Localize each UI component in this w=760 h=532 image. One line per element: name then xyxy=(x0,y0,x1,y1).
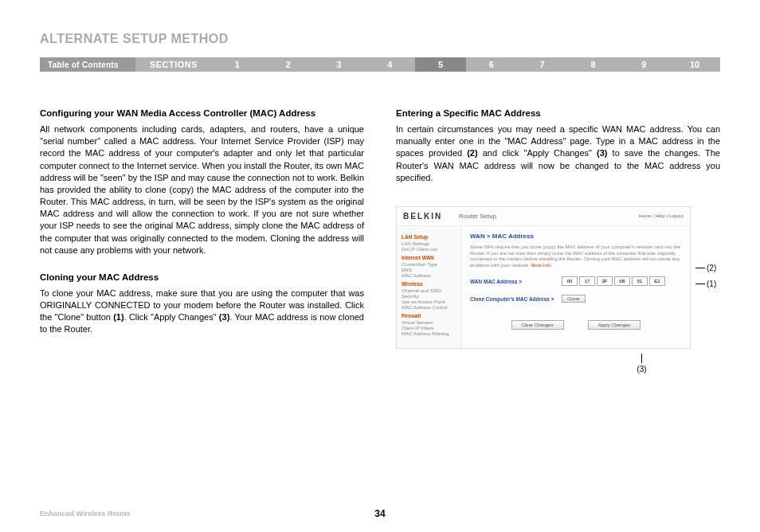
router-note: Some ISPs require that you clone (copy) … xyxy=(470,244,682,269)
heading-config-wan-mac: Configuring your WAN Media Access Contro… xyxy=(40,108,364,118)
annotation-3: (3) xyxy=(637,365,646,374)
nav-item-6[interactable]: 6 xyxy=(466,57,517,72)
sidebar-item[interactable]: MAC Address xyxy=(402,273,456,278)
sidebar-internet-wan[interactable]: Internet WAN xyxy=(402,255,456,260)
nav-sections-label: SECTIONS xyxy=(135,57,212,72)
mac-octet-1[interactable] xyxy=(562,276,578,286)
nav-item-9[interactable]: 9 xyxy=(618,57,669,72)
mac-octet-3[interactable] xyxy=(597,276,613,286)
nav-item-3[interactable]: 3 xyxy=(314,57,365,72)
sidebar-item[interactable]: MAC Address Control xyxy=(402,305,456,310)
right-column: Entering a Specific MAC Address In certa… xyxy=(396,108,720,374)
clone-button[interactable]: Clone xyxy=(562,295,586,303)
annotation-1: (1) xyxy=(707,280,716,288)
clone-mac-label: Clone Computer's MAC Address > xyxy=(470,296,562,302)
para-enter-mac: In certain circumstances you may need a … xyxy=(396,123,720,184)
apply-changes-button[interactable]: Apply Changes xyxy=(588,320,641,330)
heading-enter-mac: Entering a Specific MAC Address xyxy=(396,108,720,118)
sidebar-item[interactable]: Virtual Servers xyxy=(402,320,456,325)
annotations-right: (2) (1) xyxy=(695,260,716,292)
footer-product: Enhanced Wireless Router xyxy=(40,510,131,518)
more-info-link[interactable]: More Info xyxy=(531,263,550,268)
sidebar-item[interactable]: LAN Settings xyxy=(402,241,456,246)
left-column: Configuring your WAN Media Access Contro… xyxy=(40,108,364,374)
para-cloning-mac: To clone your MAC address, make sure tha… xyxy=(40,288,364,336)
sidebar-item[interactable]: Client IP Filters xyxy=(402,326,456,331)
sidebar-item[interactable]: MAC Address Filtering xyxy=(402,331,456,336)
router-title: Router Setup xyxy=(459,213,496,220)
annotation-2: (2) xyxy=(707,264,716,272)
clear-changes-button[interactable]: Clear Changes xyxy=(511,320,564,330)
sidebar-item[interactable]: DNS xyxy=(402,268,456,272)
nav-item-7[interactable]: 7 xyxy=(517,57,568,72)
mac-fields xyxy=(562,276,665,286)
sidebar-lan-setup[interactable]: LAN Setup xyxy=(402,234,456,240)
page-number: 34 xyxy=(374,508,385,519)
sidebar-item[interactable]: Channel and SSID xyxy=(402,288,456,293)
nav-item-4[interactable]: 4 xyxy=(364,57,415,72)
para-config-wan-mac: All network components including cards, … xyxy=(40,123,364,256)
nav-item-1[interactable]: 1 xyxy=(212,57,263,72)
heading-cloning-mac: Cloning your MAC Address xyxy=(40,272,364,282)
router-sidebar: LAN Setup LAN Settings DHCP Client List … xyxy=(397,226,462,348)
sidebar-item[interactable]: Security xyxy=(402,294,456,299)
mac-octet-4[interactable] xyxy=(614,276,630,286)
mac-octet-2[interactable] xyxy=(579,276,595,286)
router-breadcrumb: WAN > MAC Address xyxy=(470,233,682,240)
sidebar-firewall[interactable]: Firewall xyxy=(402,313,456,319)
router-main: WAN > MAC Address Some ISPs require that… xyxy=(462,226,690,348)
annotation-3-wrap: (3) xyxy=(563,354,720,374)
sidebar-item[interactable]: DHCP Client List xyxy=(402,247,456,252)
nav-toc[interactable]: Table of Contents xyxy=(40,57,135,72)
nav-item-5[interactable]: 5 xyxy=(415,57,466,72)
page-footer: Enhanced Wireless Router 34 xyxy=(40,510,720,518)
mac-octet-6[interactable] xyxy=(649,276,665,286)
nav-item-8[interactable]: 8 xyxy=(568,57,619,72)
section-nav: Table of Contents SECTIONS 1 2 3 4 5 6 7… xyxy=(40,57,720,72)
router-brand: BELKIN xyxy=(403,212,459,221)
router-header-links[interactable]: Home | Help | Logout xyxy=(639,213,684,218)
router-screenshot: BELKIN Router Setup Home | Help | Logout… xyxy=(396,206,691,349)
page-title: ALTERNATE SETUP METHOD xyxy=(40,32,720,46)
nav-item-10[interactable]: 10 xyxy=(669,57,720,72)
sidebar-item[interactable]: Use as Access Point xyxy=(402,299,456,304)
wan-mac-label: WAN MAC Address > xyxy=(470,279,562,284)
mac-octet-5[interactable] xyxy=(632,276,648,286)
sidebar-wireless[interactable]: Wireless xyxy=(402,281,456,287)
nav-item-2[interactable]: 2 xyxy=(263,57,314,72)
sidebar-item[interactable]: Connection Type xyxy=(402,262,456,267)
